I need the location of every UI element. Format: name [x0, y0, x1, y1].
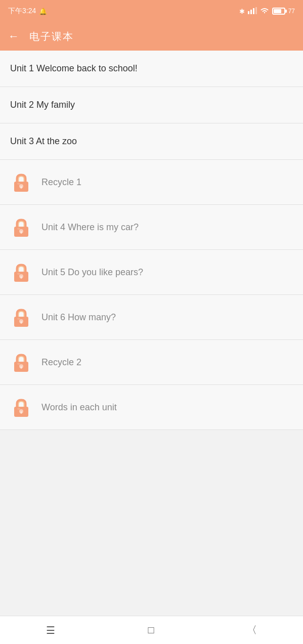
page-title: 电子课本: [29, 30, 74, 44]
time-label: 下午3:24: [8, 7, 36, 16]
svg-rect-10: [21, 231, 22, 234]
item-label: Unit 3 At the zoo: [10, 136, 77, 147]
item-label: Unit 5 Do you like pears?: [41, 267, 143, 278]
status-left: 下午3:24 🔔: [8, 7, 47, 16]
bluetooth-icon: ✱: [239, 8, 245, 15]
back-button[interactable]: ←: [8, 31, 19, 42]
svg-rect-22: [21, 366, 22, 369]
content-list: Unit 1 Welcome back to school!Unit 2 My …: [0, 51, 303, 616]
notification-icon: 🔔: [39, 8, 47, 15]
svg-rect-2: [253, 8, 254, 14]
list-item-unit1[interactable]: Unit 1 Welcome back to school!: [0, 51, 303, 87]
status-right: ✱ 77: [239, 7, 295, 16]
svg-point-15: [17, 273, 20, 275]
lock-icon: [10, 171, 32, 193]
item-label: Unit 6 How many?: [41, 312, 116, 323]
item-label: Recycle 2: [41, 357, 81, 368]
lock-icon: [10, 351, 32, 373]
item-label: Unit 4 Where is my car?: [41, 222, 139, 233]
list-item-recycle2[interactable]: Recycle 2: [0, 340, 303, 385]
app-bar: ← 电子课本: [0, 22, 303, 51]
item-label: Unit 1 Welcome back to school!: [10, 63, 138, 74]
item-label: Words in each unit: [41, 402, 117, 413]
lock-icon: [10, 306, 32, 328]
signal-icon: [248, 7, 257, 16]
battery-indicator: [272, 8, 285, 15]
svg-rect-3: [255, 7, 257, 14]
lock-icon: [10, 396, 32, 418]
status-bar: 下午3:24 🔔 ✱ 77: [0, 0, 303, 22]
list-item-unit3[interactable]: Unit 3 At the zoo: [0, 123, 303, 160]
svg-point-19: [17, 318, 20, 320]
svg-rect-1: [250, 10, 252, 14]
back-nav-button[interactable]: 〈: [237, 618, 267, 642]
bottom-nav: ☰ □ 〈: [0, 616, 303, 644]
list-item-words[interactable]: Words in each unit: [0, 385, 303, 430]
list-item-unit4[interactable]: Unit 4 Where is my car?: [0, 205, 303, 250]
lock-icon: [10, 261, 32, 283]
wifi-icon: [260, 7, 269, 16]
list-item-unit6[interactable]: Unit 6 How many?: [0, 295, 303, 340]
battery-label: 77: [288, 8, 295, 15]
list-item-unit2[interactable]: Unit 2 My family: [0, 87, 303, 123]
list-item-unit5[interactable]: Unit 5 Do you like pears?: [0, 250, 303, 295]
svg-point-11: [17, 228, 20, 230]
item-label: Unit 2 My family: [10, 100, 75, 110]
svg-rect-26: [21, 411, 22, 414]
svg-rect-6: [21, 186, 22, 189]
list-item-recycle1[interactable]: Recycle 1: [0, 160, 303, 205]
home-button[interactable]: □: [138, 619, 164, 641]
svg-point-23: [17, 363, 20, 365]
item-label: Recycle 1: [41, 177, 81, 188]
svg-rect-0: [248, 11, 249, 14]
svg-rect-18: [21, 321, 22, 324]
lock-icon: [10, 216, 32, 238]
menu-button[interactable]: ☰: [36, 619, 65, 641]
svg-point-7: [17, 183, 20, 185]
svg-rect-14: [21, 276, 22, 279]
svg-point-27: [17, 408, 20, 410]
